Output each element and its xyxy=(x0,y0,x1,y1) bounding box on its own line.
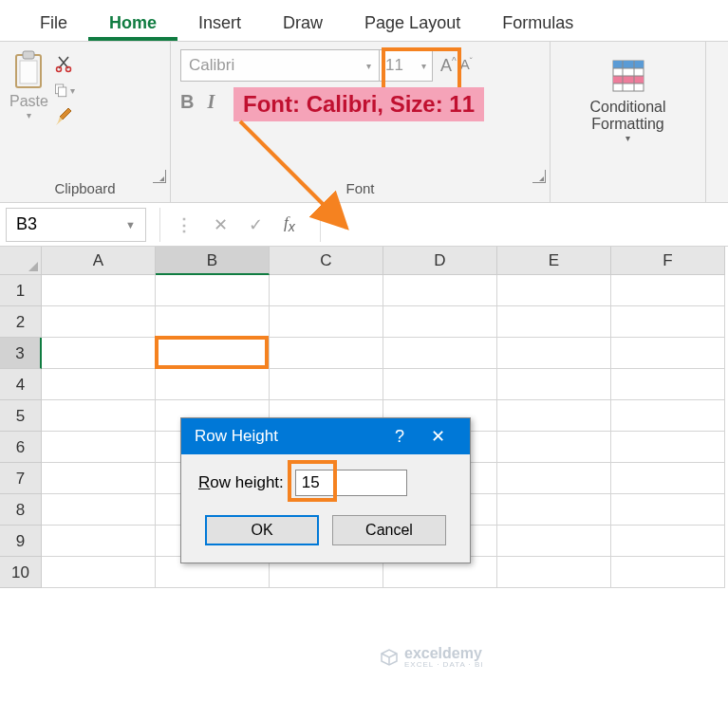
row-header[interactable]: 10 xyxy=(0,557,42,588)
watermark-icon xyxy=(380,648,399,667)
row-height-input[interactable] xyxy=(295,470,407,496)
col-header[interactable]: D xyxy=(383,247,497,275)
dialog-close-button[interactable]: ✕ xyxy=(419,426,457,447)
tab-formulas[interactable]: Formulas xyxy=(481,4,594,41)
row-header[interactable]: 1 xyxy=(0,275,42,306)
paste-label: Paste xyxy=(9,93,48,110)
col-header[interactable]: F xyxy=(611,247,725,275)
cell[interactable] xyxy=(497,306,611,338)
italic-button[interactable]: I xyxy=(207,91,215,113)
enter-formula-button[interactable]: ✓ xyxy=(249,214,263,235)
row-header[interactable]: 4 xyxy=(0,369,42,400)
group-font: Calibri ▾ 11 ▾ A^ Aˇ B I Font: Calibri, … xyxy=(171,42,551,202)
tab-insert[interactable]: Insert xyxy=(177,4,262,41)
cell[interactable] xyxy=(270,338,383,369)
select-all-corner[interactable] xyxy=(0,247,42,275)
cancel-formula-button[interactable]: ✕ xyxy=(214,214,228,235)
cell[interactable] xyxy=(611,369,725,400)
row-header[interactable]: 8 xyxy=(0,494,42,526)
cell[interactable] xyxy=(156,369,270,400)
cell[interactable] xyxy=(42,369,156,400)
cell[interactable] xyxy=(611,557,725,588)
cell[interactable] xyxy=(611,494,725,526)
conditional-formatting-button[interactable]: Conditional Formatting ▾ xyxy=(589,49,665,143)
dialog-help-button[interactable]: ? xyxy=(381,427,419,447)
group-label-font: Font xyxy=(180,176,540,198)
col-header[interactable]: A xyxy=(42,247,156,275)
cell[interactable] xyxy=(42,306,156,338)
conditional-formatting-label: Conditional Formatting xyxy=(589,99,665,133)
cell[interactable] xyxy=(611,432,725,463)
tab-home[interactable]: Home xyxy=(88,4,177,41)
col-header[interactable]: C xyxy=(270,247,383,275)
decrease-font-button[interactable]: Aˇ xyxy=(460,56,473,76)
ribbon-body: Paste ▾ ▾ Clipboard Calibri xyxy=(0,42,728,203)
cell[interactable] xyxy=(497,526,611,557)
cancel-button[interactable]: Cancel xyxy=(332,515,446,545)
cell[interactable] xyxy=(156,275,270,306)
formula-input[interactable] xyxy=(320,208,728,242)
cell[interactable] xyxy=(156,306,270,338)
cell[interactable] xyxy=(497,494,611,526)
cell[interactable] xyxy=(42,557,156,588)
fx-button[interactable]: fx xyxy=(284,213,295,234)
cell[interactable] xyxy=(270,306,383,338)
cell[interactable] xyxy=(383,275,497,306)
row-header[interactable]: 2 xyxy=(0,306,42,338)
tab-file[interactable]: File xyxy=(19,4,88,41)
cell[interactable] xyxy=(42,400,156,432)
col-header[interactable]: B xyxy=(156,247,270,275)
cell[interactable] xyxy=(270,275,383,306)
scissors-icon xyxy=(55,54,74,73)
cell[interactable] xyxy=(611,338,725,369)
cell[interactable] xyxy=(611,463,725,494)
cell[interactable] xyxy=(497,338,611,369)
cell[interactable] xyxy=(611,306,725,338)
cell[interactable] xyxy=(270,369,383,400)
cell[interactable] xyxy=(497,275,611,306)
cell[interactable] xyxy=(497,557,611,588)
row-header[interactable]: 5 xyxy=(0,400,42,432)
bold-button[interactable]: B xyxy=(180,91,194,113)
cell[interactable] xyxy=(497,463,611,494)
tab-draw[interactable]: Draw xyxy=(262,4,344,41)
cell[interactable] xyxy=(611,526,725,557)
format-painter-button[interactable] xyxy=(54,106,75,127)
cell[interactable] xyxy=(611,275,725,306)
row-header[interactable]: 6 xyxy=(0,432,42,463)
cell[interactable] xyxy=(42,432,156,463)
cell[interactable] xyxy=(42,338,156,369)
col-header[interactable]: E xyxy=(497,247,611,275)
cell[interactable] xyxy=(497,369,611,400)
cell[interactable] xyxy=(611,400,725,432)
font-launcher[interactable] xyxy=(532,170,546,183)
row-header[interactable]: 3 xyxy=(0,338,42,369)
cell-b3[interactable] xyxy=(156,338,270,369)
name-box[interactable]: B3 ▼ xyxy=(6,208,146,242)
font-size-dropdown[interactable]: 11 ▾ xyxy=(380,49,433,82)
row-header[interactable]: 9 xyxy=(0,526,42,557)
svg-point-4 xyxy=(65,67,70,72)
cut-button[interactable] xyxy=(54,53,75,74)
svg-rect-1 xyxy=(23,51,34,59)
watermark-subtext: EXCEL · DATA · BI xyxy=(404,660,484,669)
increase-font-button[interactable]: A^ xyxy=(440,56,457,76)
ok-button[interactable]: OK xyxy=(205,515,319,545)
cell[interactable] xyxy=(42,275,156,306)
paste-button[interactable]: Paste ▾ xyxy=(9,49,48,127)
tab-pagelayout[interactable]: Page Layout xyxy=(344,4,481,41)
cell[interactable] xyxy=(383,306,497,338)
cell[interactable] xyxy=(383,369,497,400)
cell[interactable] xyxy=(42,463,156,494)
cell[interactable] xyxy=(497,400,611,432)
group-clipboard: Paste ▾ ▾ Clipboard xyxy=(0,42,171,202)
row-header[interactable]: 7 xyxy=(0,463,42,494)
cell[interactable] xyxy=(42,526,156,557)
font-name-dropdown[interactable]: Calibri ▾ xyxy=(180,49,380,82)
cell[interactable] xyxy=(497,432,611,463)
svg-point-3 xyxy=(56,67,61,72)
cell[interactable] xyxy=(383,338,497,369)
copy-button[interactable]: ▾ xyxy=(54,80,75,101)
cell[interactable] xyxy=(42,494,156,526)
clipboard-launcher[interactable] xyxy=(153,170,166,183)
